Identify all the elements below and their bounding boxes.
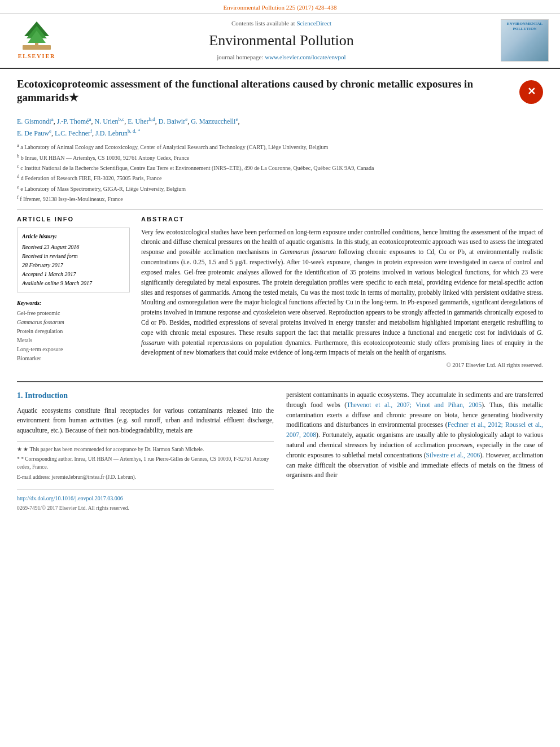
genus-name-2: G. fossarum: [141, 329, 543, 346]
journal-title: Environmental Pollution: [68, 30, 495, 51]
title-footnote-mark: ★: [69, 91, 78, 103]
intro-body-left: Aquatic ecosystems constitute final rece…: [17, 406, 274, 436]
keyword-5: Long-term exposure: [17, 345, 130, 354]
article-title: Ecotoxicoproteomic assessment of the fun…: [17, 77, 514, 105]
intro-number: 1.: [17, 391, 23, 400]
author-4: E. Uher: [128, 117, 148, 125]
journal-header: ELSEVIER Contents lists available at Sci…: [0, 14, 560, 68]
homepage-label: journal homepage:: [217, 54, 263, 60]
authors-line: E. Gismondia, J.-P. Thoméa, N. Urienb,c,…: [17, 115, 543, 139]
ref-thevenot[interactable]: Thevenot et al., 2007; Vinot and Pihan, …: [347, 401, 482, 408]
journal-citation-bar: Environmental Pollution 225 (2017) 428–4…: [0, 0, 560, 14]
author-9: J.D. Lebrun: [95, 129, 128, 137]
contents-available-line: Contents lists available at ScienceDirec…: [68, 19, 495, 28]
left-column: Article Info Article history: Received 2…: [17, 215, 130, 370]
ref-fechner[interactable]: Fechner et al., 2012; Roussel et al., 20…: [286, 421, 543, 438]
doi-bar: http://dx.doi.org/10.1016/j.envpol.2017.…: [17, 489, 274, 512]
keyword-4: Metals: [17, 336, 130, 345]
doi-link[interactable]: http://dx.doi.org/10.1016/j.envpol.2017.…: [17, 495, 123, 501]
elsevier-label: ELSEVIER: [18, 53, 56, 60]
keyword-6: Biomarker: [17, 354, 130, 363]
affiliation-c: c c Institut National de la Recherche Sc…: [17, 163, 543, 172]
crossmark-icon[interactable]: ✕: [519, 80, 543, 104]
homepage-url[interactable]: www.elsevier.com/locate/envpol: [265, 54, 345, 60]
footnote-corresponding-text: * Corresponding author. Inrea, UR HBAN —…: [17, 456, 269, 470]
journal-homepage-line: journal homepage: www.elsevier.com/locat…: [68, 53, 495, 62]
accepted-date: Accepted 1 March 2017: [22, 270, 125, 279]
elsevier-tree-icon: [20, 20, 54, 51]
contents-label: Contents lists available at: [231, 20, 295, 27]
journal-thumbnail: ENVIRONMENTALPOLLUTION: [501, 19, 549, 62]
author-8: L.C. Fechner: [55, 129, 90, 137]
intro-para-1: Aquatic ecosystems constitute final rece…: [17, 406, 274, 436]
body-section: 1. Introduction Aquatic ecosystems const…: [17, 381, 543, 513]
journal-info-center: Contents lists available at ScienceDirec…: [68, 19, 495, 62]
body-right-col: persistent contaminants in aquatic ecosy…: [286, 390, 543, 513]
author-6: G. Mazzucchelli: [191, 117, 235, 125]
elsevier-logo: ELSEVIER: [11, 20, 62, 60]
genus-name-1: Gammarus fossarum: [280, 248, 336, 255]
keyword-2: Gammarus fossarum: [17, 318, 130, 327]
footnote-email-text: E-mail address: jeremie.lebrun@irstea.fr…: [17, 474, 136, 480]
intro-body-right: persistent contaminants in aquatic ecosy…: [286, 390, 543, 480]
footnote-star-text: ★ This paper has been recommended for ac…: [23, 447, 204, 452]
received-date: Received 23 August 2016: [22, 243, 125, 252]
received-revised-date: Received in revised form28 February 2017: [22, 252, 125, 270]
footnote-corresponding: * * Corresponding author. Inrea, UR HBAN…: [17, 455, 274, 471]
keywords-heading: Keywords:: [17, 299, 130, 307]
author-3: N. Urien: [94, 117, 118, 125]
thumbnail-label: ENVIRONMENTALPOLLUTION: [502, 21, 547, 31]
article-info-box: Article history: Received 23 August 2016…: [17, 228, 130, 292]
author-7: E. De Pauw: [17, 129, 49, 137]
affiliation-e: e e Laboratory of Mass Spectrometry, GIG…: [17, 184, 543, 193]
page: Environmental Pollution 225 (2017) 428–4…: [0, 0, 560, 521]
history-label: Article history:: [22, 232, 125, 241]
body-left-col: 1. Introduction Aquatic ecosystems const…: [17, 390, 274, 513]
article-info-heading: Article Info: [17, 215, 130, 224]
affiliation-a: a a Laboratory of Animal Ecology and Eco…: [17, 142, 543, 151]
body-two-col: 1. Introduction Aquatic ecosystems const…: [17, 390, 543, 513]
affiliation-d: d d Federation of Research FIRE, FR-3020…: [17, 173, 543, 182]
author-5: D. Baiwir: [159, 117, 185, 125]
author-2: J.-P. Thomé: [57, 117, 89, 125]
available-date: Available online 9 March 2017: [22, 279, 125, 288]
keywords-section: Keywords: Gel-free proteomic Gammarus fo…: [17, 299, 130, 363]
crossmark-badge[interactable]: ✕: [519, 80, 543, 104]
article-header: Ecotoxicoproteomic assessment of the fun…: [17, 77, 543, 110]
abstract-text: Very few ecotoxicological studies have b…: [141, 228, 543, 359]
keyword-3: Protein deregulation: [17, 327, 130, 336]
abstract-paragraph: Very few ecotoxicological studies have b…: [141, 228, 543, 359]
ref-silvestre[interactable]: Silvestre et al., 2006: [426, 452, 480, 458]
divider-1: [17, 209, 543, 209]
journal-citation: Environmental Pollution 225 (2017) 428–4…: [223, 4, 336, 11]
svg-rect-4: [23, 45, 51, 50]
affiliations: a a Laboratory of Animal Ecology and Eco…: [17, 142, 543, 203]
article-title-text: Ecotoxicoproteomic assessment of the fun…: [17, 78, 473, 104]
author-1: E. Gismondi: [17, 117, 51, 125]
intro-heading: 1. Introduction: [17, 390, 274, 401]
footnotes: ★ ★ This paper has been recommended for …: [17, 442, 274, 481]
keyword-1: Gel-free proteomic: [17, 309, 130, 318]
intro-para-2: persistent contaminants in aquatic ecosy…: [286, 390, 543, 480]
sciencedirect-link[interactable]: ScienceDirect: [296, 20, 331, 27]
abstract-heading: Abstract: [141, 215, 543, 224]
affiliation-f: f f Ifremer, 92138 Issy-les-Moulineaux, …: [17, 194, 543, 203]
footnote-star: ★ ★ This paper has been recommended for …: [17, 445, 274, 453]
footnote-email: E-mail address: jeremie.lebrun@irstea.fr…: [17, 473, 274, 481]
main-content: Ecotoxicoproteomic assessment of the fun…: [0, 69, 560, 521]
info-abstract-section: Article Info Article history: Received 2…: [17, 215, 543, 370]
affiliation-b: b b Inrae, UR HBAN — Artemhys, CS 10030,…: [17, 153, 543, 162]
intro-title: Introduction: [25, 391, 68, 400]
footnote-star-symbol: ★: [17, 447, 22, 452]
right-column: Abstract Very few ecotoxicological studi…: [141, 215, 543, 370]
issn-line: 0269-7491/© 2017 Elsevier Ltd. All right…: [17, 505, 274, 512]
copyright-abstract: © 2017 Elsevier Ltd. All rights reserved…: [141, 361, 543, 370]
